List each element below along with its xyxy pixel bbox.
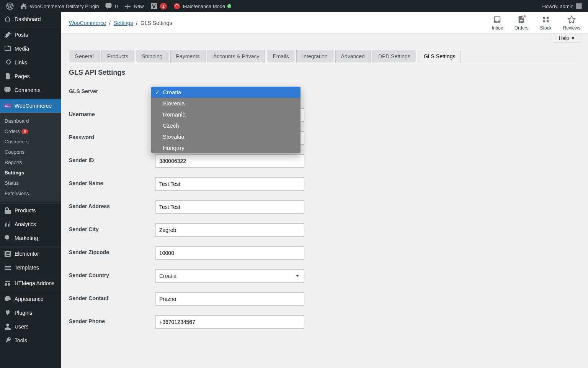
sidebar-item-users[interactable]: Users [0, 320, 61, 334]
inbox-icon [493, 15, 501, 24]
dropdown-option-czech[interactable]: Czech [151, 120, 301, 131]
menu-label: Posts [15, 32, 28, 38]
breadcrumb-current: GLS Settings [140, 20, 172, 26]
media-icon [4, 45, 11, 53]
tab-dpd-settings[interactable]: DPD Settings [372, 50, 416, 62]
comment-icon [4, 86, 11, 94]
header-stock[interactable]: Stock [540, 15, 552, 31]
submenu-item-extensions[interactable]: Extensions [0, 188, 61, 199]
row-sender-phone: Sender Phone [69, 310, 580, 334]
templates-icon [4, 264, 11, 271]
howdy-text: Howdy, admin [542, 3, 573, 9]
menu-label: Pages [15, 73, 30, 79]
sidebar-item-plugins[interactable]: Plugins [0, 306, 61, 320]
row-sender-city: Sender City [69, 219, 580, 242]
sidebar-item-htmega-addons[interactable]: HTMega Addons [0, 276, 61, 290]
svg-point-1 [174, 3, 180, 9]
sidebar-item-elementor[interactable]: Elementor [0, 247, 61, 261]
dropdown-option-slovakia[interactable]: Slovakia [151, 131, 301, 142]
input-sender-phone[interactable] [155, 315, 304, 329]
comments-count: 0 [115, 3, 118, 9]
sidebar-item-pages[interactable]: Pages [0, 69, 61, 83]
new-content[interactable]: New [121, 0, 147, 12]
dashboard-icon [4, 15, 11, 23]
sidebar-item-analytics[interactable]: Analytics [0, 217, 61, 231]
menu-label: Plugins [15, 310, 32, 316]
breadcrumb-settings[interactable]: Settings [114, 20, 133, 26]
maintenance-link[interactable]: Maintenance Mode [170, 0, 235, 12]
menu-label: Appearance [15, 296, 44, 302]
sidebar-item-products[interactable]: Products [0, 204, 61, 217]
label-username: Username [69, 108, 155, 117]
tab-advanced[interactable]: Advanced [335, 50, 371, 62]
dropdown-option-hungary[interactable]: Hungary [151, 142, 301, 153]
menu-label: Analytics [15, 221, 36, 227]
htmega-icon [4, 279, 11, 287]
main-content: WooCommerce / Settings / GLS Settings In… [61, 12, 588, 368]
sidebar-item-comments[interactable]: Comments [0, 83, 61, 97]
label-password: Password [69, 131, 155, 140]
submenu-item-customers[interactable]: Customers [0, 136, 61, 147]
menu-label: Media [15, 46, 29, 52]
howdy-menu[interactable]: Howdy, admin [539, 0, 585, 12]
select-sender-country[interactable]: Croatia [155, 269, 304, 283]
elementor-icon [4, 250, 11, 258]
header-reviews[interactable]: Reviews [563, 15, 580, 31]
sidebar-item-templates[interactable]: Templates [0, 261, 61, 274]
comments-link[interactable]: 0 [102, 0, 121, 12]
input-sender-name[interactable] [155, 177, 304, 191]
plus-icon [124, 2, 132, 10]
wp-logo[interactable] [3, 0, 17, 12]
label-gls-server: GLS Server [69, 85, 155, 94]
orders-notification-dot [523, 15, 526, 18]
sidebar-item-tools[interactable]: Tools [0, 334, 61, 347]
sidebar-item-links[interactable]: Links [0, 56, 61, 69]
submenu-item-settings[interactable]: Settings [0, 168, 61, 178]
sidebar-item-marketing[interactable]: Marketing [0, 231, 61, 245]
row-sender-contact: Sender Contact [69, 288, 580, 310]
tab-gls-settings[interactable]: GLS Settings [418, 50, 461, 63]
input-sender-id[interactable] [155, 154, 304, 168]
site-name[interactable]: WooCommerce Delivery Plugin [17, 0, 102, 12]
submenu-item-orders[interactable]: Orders6 [0, 126, 61, 136]
sidebar-item-appearance[interactable]: Appearance [0, 292, 61, 306]
sidebar-item-woocommerce[interactable]: WooWooCommerce [0, 99, 61, 113]
tab-products[interactable]: Products [101, 50, 134, 62]
label-sender-phone: Sender Phone [69, 315, 155, 324]
menu-label: Dashboard [15, 16, 41, 22]
dropdown-option-slovenia[interactable]: Slovenia [151, 98, 301, 109]
submenu-item-coupons[interactable]: Coupons [0, 147, 61, 157]
input-sender-contact[interactable] [155, 292, 304, 306]
label-sender-zipcode: Sender Zipcode [69, 246, 155, 255]
tab-emails[interactable]: Emails [267, 50, 294, 62]
sidebar-item-posts[interactable]: Posts [0, 28, 61, 42]
submenu-item-reports[interactable]: Reports [0, 157, 61, 168]
submenu-item-dashboard[interactable]: Dashboard [0, 116, 61, 126]
visual-builder-item[interactable]: 1 [147, 0, 170, 12]
submenu-item-status[interactable]: Status [0, 178, 61, 188]
sidebar-item-media[interactable]: Media [0, 42, 61, 56]
settings-form: GLS Server Croatia CroatiaSloveniaRomani… [61, 80, 588, 349]
marketing-icon [4, 234, 11, 242]
input-sender-city[interactable] [155, 223, 304, 237]
header-inbox[interactable]: Inbox [492, 15, 503, 31]
tab-payments[interactable]: Payments [170, 50, 206, 62]
tab-accounts-privacy[interactable]: Accounts & Privacy [207, 50, 265, 62]
tab-integration[interactable]: Integration [296, 50, 333, 62]
breadcrumb-woocommerce[interactable]: WooCommerce [69, 20, 106, 26]
chevron-down-icon [295, 273, 300, 279]
dropdown-option-romania[interactable]: Romania [151, 109, 301, 120]
header-orders[interactable]: Orders [514, 15, 529, 31]
orders-count-badge: 6 [21, 129, 28, 134]
tab-shipping[interactable]: Shipping [136, 50, 168, 62]
sidebar-item-dashboard[interactable]: Dashboard [0, 12, 61, 26]
breadcrumb: WooCommerce / Settings / GLS Settings [69, 20, 172, 26]
help-tab[interactable]: Help ▼ [554, 34, 580, 43]
dropdown-option-croatia[interactable]: Croatia [151, 87, 301, 98]
tab-general[interactable]: General [69, 50, 100, 62]
input-sender-address[interactable] [155, 200, 304, 214]
reviews-icon [567, 15, 576, 24]
row-sender-id: Sender ID [69, 150, 580, 172]
input-sender-zipcode[interactable] [155, 246, 304, 260]
row-password: Password [69, 127, 580, 150]
